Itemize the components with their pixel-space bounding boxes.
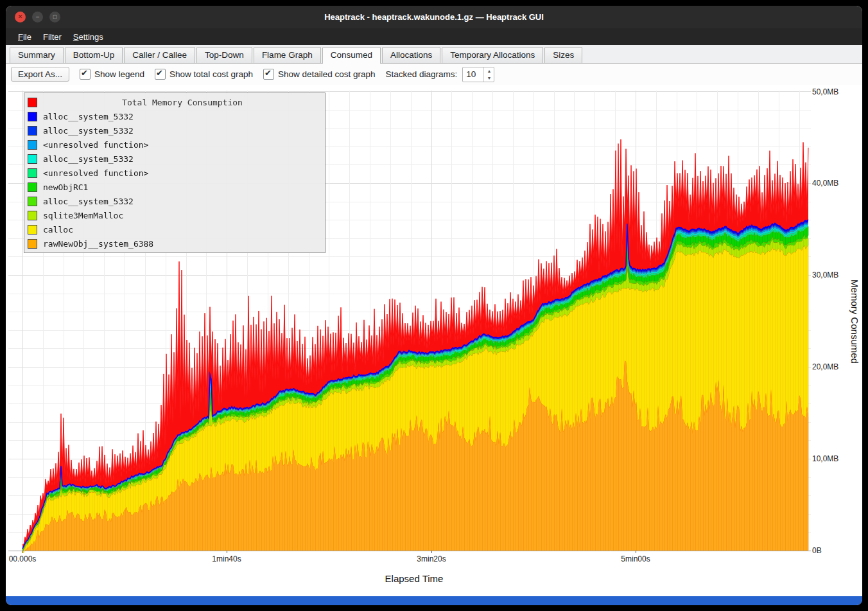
- x-axis-tick-label: 1min40s: [198, 554, 256, 563]
- tab-bottom-up[interactable]: Bottom-Up: [65, 47, 123, 63]
- legend-swatch: [28, 126, 37, 136]
- stacked-diagrams-spinbox[interactable]: 10: [462, 67, 494, 82]
- check-icon: ✔: [265, 68, 272, 78]
- tab-summary[interactable]: Summary: [10, 47, 64, 63]
- tab-bar: Summary Bottom-Up Caller / Callee Top-Do…: [6, 45, 862, 64]
- stacked-diagrams-value[interactable]: 10: [463, 67, 483, 82]
- toolbar: Export As... ✔ Show legend ✔ Show total …: [6, 64, 862, 85]
- tab-top-down[interactable]: Top-Down: [196, 47, 252, 63]
- x-axis-tick-label: 5min00s: [607, 554, 664, 563]
- legend-swatch: [28, 239, 37, 249]
- tab-sizes[interactable]: Sizes: [544, 47, 582, 63]
- legend-label: rawNewObj__system_6388: [43, 239, 153, 249]
- maximize-icon: □: [53, 14, 56, 20]
- legend-swatch: [28, 211, 37, 220]
- legend-row: rawNewObj__system_6388: [28, 236, 322, 251]
- minimize-icon: –: [36, 14, 39, 20]
- check-icon: ✔: [81, 68, 88, 78]
- close-button[interactable]: ✕: [15, 12, 26, 22]
- legend-row: <unresolved function>: [28, 137, 322, 152]
- y-axis-tick-label: 50,0MB: [812, 87, 858, 97]
- bottom-strip: [6, 596, 862, 605]
- legend-title: Total Memory Consumption: [43, 98, 322, 107]
- legend-label: <unresolved function>: [43, 140, 148, 150]
- app-window: Heaptrack - heaptrack.wakunode.1.gz — He…: [6, 6, 862, 605]
- y-axis-tick-label: 0B: [812, 545, 858, 556]
- menu-item-settings[interactable]: Settings: [67, 30, 109, 44]
- window-controls: ✕ – □: [15, 12, 60, 22]
- spin-down-button[interactable]: [484, 75, 494, 82]
- legend-row: alloc__system_5332: [28, 152, 322, 166]
- legend-swatch-total: [28, 98, 37, 107]
- maximize-button[interactable]: □: [49, 12, 60, 22]
- legend-row: sqlite3MemMalloc: [28, 208, 322, 222]
- menu-item-file[interactable]: File: [12, 30, 37, 44]
- legend-row: newObjRC1: [28, 180, 322, 194]
- show-total-cost-label: Show total cost graph: [169, 69, 253, 79]
- tab-consumed[interactable]: Consumed: [322, 47, 381, 64]
- chart-legend: Total Memory Consumption alloc__system_5…: [24, 93, 326, 253]
- spinbox-arrows: [483, 67, 494, 82]
- show-legend-checkbox-box[interactable]: ✔: [80, 69, 91, 80]
- legend-label: newObjRC1: [43, 182, 88, 192]
- legend-swatch: [28, 168, 37, 178]
- legend-row: calloc: [28, 222, 322, 236]
- legend-title-row: Total Memory Consumption: [28, 95, 322, 109]
- tab-caller-callee[interactable]: Caller / Callee: [124, 47, 195, 63]
- export-as-button[interactable]: Export As...: [11, 67, 69, 82]
- show-total-cost-checkbox-box[interactable]: ✔: [155, 69, 166, 80]
- legend-swatch: [28, 225, 37, 235]
- checkbox-show-total-cost-graph[interactable]: ✔ Show total cost graph: [155, 69, 253, 80]
- tab-allocations[interactable]: Allocations: [382, 47, 440, 63]
- close-icon: ✕: [18, 14, 23, 20]
- x-axis-title: Elapsed Time: [350, 573, 478, 584]
- x-axis-tick-label: 00.000s: [6, 554, 51, 563]
- x-axis-tick-label: 3min20s: [403, 554, 460, 563]
- show-detailed-cost-label: Show detailed cost graph: [278, 69, 376, 79]
- legend-label: sqlite3MemMalloc: [43, 211, 123, 220]
- menu-bar: File Filter Settings: [6, 28, 862, 45]
- show-legend-label: Show legend: [94, 69, 144, 79]
- y-axis-title: Memory Consumed: [849, 270, 860, 373]
- legend-row: alloc__system_5332: [28, 194, 322, 208]
- minimize-button[interactable]: –: [32, 12, 43, 22]
- legend-swatch: [28, 197, 37, 206]
- legend-label: <unresolved function>: [43, 168, 148, 178]
- check-icon: ✔: [156, 68, 163, 78]
- legend-row: <unresolved function>: [28, 166, 322, 180]
- legend-swatch: [28, 182, 37, 192]
- tab-flame-graph[interactable]: Flame Graph: [254, 47, 321, 63]
- legend-swatch: [28, 154, 37, 164]
- title-bar: Heaptrack - heaptrack.wakunode.1.gz — He…: [6, 6, 862, 28]
- checkbox-show-legend[interactable]: ✔ Show legend: [80, 69, 144, 80]
- chart-panel: Total Memory Consumption alloc__system_5…: [6, 85, 862, 596]
- legend-label: alloc__system_5332: [43, 112, 134, 121]
- spin-up-button[interactable]: [484, 67, 494, 75]
- checkbox-show-detailed-cost-graph[interactable]: ✔ Show detailed cost graph: [263, 69, 376, 80]
- legend-label: alloc__system_5332: [43, 154, 134, 164]
- legend-swatch: [28, 112, 37, 121]
- legend-row: alloc__system_5332: [28, 109, 322, 123]
- stacked-diagrams-label: Stacked diagrams:: [386, 69, 458, 79]
- legend-label: alloc__system_5332: [43, 126, 134, 136]
- legend-swatch: [28, 140, 37, 150]
- window-title: Heaptrack - heaptrack.wakunode.1.gz — He…: [6, 6, 862, 28]
- legend-row: alloc__system_5332: [28, 123, 322, 137]
- legend-label: calloc: [43, 225, 73, 235]
- legend-label: alloc__system_5332: [43, 197, 134, 206]
- show-detailed-cost-checkbox-box[interactable]: ✔: [263, 69, 274, 80]
- y-axis-tick-label: 10,0MB: [812, 454, 858, 464]
- y-axis-tick-label: 40,0MB: [812, 178, 858, 188]
- menu-item-filter[interactable]: Filter: [37, 30, 67, 44]
- tab-temporary-allocations[interactable]: Temporary Allocations: [442, 47, 543, 63]
